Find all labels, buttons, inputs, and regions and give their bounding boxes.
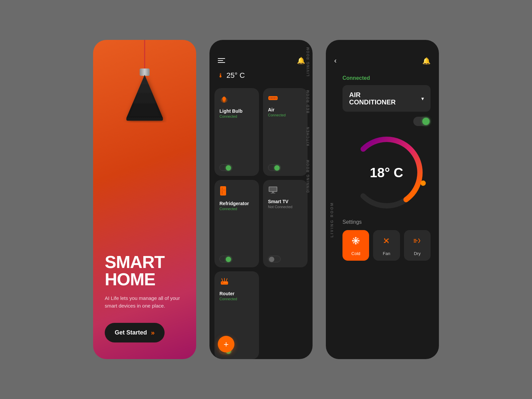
device-selector[interactable]: AIR CONDITIONER ▾ [342,85,431,112]
toggle-light-bulb[interactable] [219,164,232,171]
svg-point-41 [352,240,353,241]
screen1-content: SMART HOME AI Life lets you manage all o… [93,243,196,359]
ac-control-main: Connected AIR CONDITIONER ▾ [326,72,439,359]
room-label-living: LIVING ROOM [306,40,310,83]
svg-rect-19 [269,187,277,191]
svg-rect-13 [275,98,276,98]
temperature-value-s3: 18° C [370,165,403,180]
router-icon [219,277,254,288]
device-name-router: Router [219,291,254,296]
device-name-light-bulb: Light Bulb [219,108,254,114]
screen3-ac-control: ‹ 🔔 LIVING ROOM Connected AIR CONDITIONE… [326,40,439,359]
svg-point-43 [385,240,387,242]
mode-dry-label: Dry [414,251,421,256]
mode-fan-label: Fan [383,251,390,256]
svg-point-40 [355,243,356,244]
selected-device-name: AIR CONDITIONER [349,91,396,106]
device-name-refrigerator: Refridgerator [219,201,254,206]
app-title: SMART HOME [105,253,185,288]
svg-rect-21 [271,193,275,194]
room-labels: LIVING ROOM BED ROOM KITCHEN DINNING ROO… [303,40,313,359]
thermometer-icon: 🌡 [218,72,224,79]
svg-rect-7 [223,102,225,102]
device-card-air[interactable]: Air Connected [263,88,308,176]
svg-line-27 [222,279,223,281]
add-device-button[interactable]: + [218,336,234,352]
temperature-arc: 18° C [347,133,427,212]
room-label-dining: DINNING ROOM [306,153,310,199]
svg-rect-25 [225,282,226,283]
get-started-button[interactable]: Get Started » [105,323,165,342]
mode-fan-button[interactable]: Fan [373,230,400,261]
svg-rect-26 [226,282,227,283]
svg-rect-10 [270,98,271,98]
svg-rect-23 [222,282,223,283]
svg-rect-3 [126,117,163,121]
notification-bell-icon-s3[interactable]: 🔔 [422,57,431,65]
mode-cold-button[interactable]: Cold [342,230,369,261]
svg-line-29 [226,279,227,281]
svg-rect-17 [222,191,222,194]
device-card-light-bulb[interactable]: Light Bulb Connected [214,88,259,176]
chevron-down-icon: ▾ [421,95,424,102]
menu-button[interactable] [218,58,225,63]
mode-buttons: Cold Fan [342,230,431,261]
light-bulb-icon [219,94,254,106]
temperature-display-s3: 18° C [370,165,403,180]
get-started-label: Get Started [115,329,147,336]
screen3-header: ‹ 🔔 [326,40,439,72]
temperature-value: 25° C [226,71,245,80]
svg-point-39 [355,237,356,238]
refrigerator-icon [219,186,254,198]
mode-cold-label: Cold [351,251,360,256]
fan-icon [382,236,391,248]
room-side-label: LIVING ROOM [326,80,337,359]
device-name-smart-tv: Smart TV [268,199,303,204]
device-grid: Light Bulb Connected Air [209,88,313,359]
device-status-air: Connected [268,113,303,117]
lamp-decoration [121,40,168,126]
svg-rect-16 [222,188,222,190]
svg-rect-1 [140,68,150,76]
device-status-refrigerator: Connected [219,207,254,211]
room-label-bed: BED ROOM [306,83,310,120]
toggle-air[interactable] [268,164,281,171]
hamburger-line-2 [218,60,223,61]
temperature-display: 🌡 25° C [209,71,313,88]
device-card-smart-tv[interactable]: Smart TV Not Connected [263,180,308,268]
device-name-air: Air [268,107,303,112]
screen2-device-list: 🔔 🌡 25° C Light Bulb Connected [209,40,313,359]
air-conditioner-icon [268,94,303,104]
device-status-router: Connected [219,297,254,301]
hamburger-line-1 [218,58,225,59]
connected-status: Connected [342,75,431,81]
toggle-smart-tv[interactable] [268,256,281,262]
device-status-light-bulb: Connected [219,114,254,118]
mode-dry-button[interactable]: Dry [404,230,431,261]
svg-rect-12 [273,98,274,98]
svg-rect-22 [221,281,228,285]
app-description: AI Life lets you manage all of your smar… [105,295,185,310]
device-card-refrigerator[interactable]: Refridgerator Connected [214,180,259,268]
back-button[interactable]: ‹ [334,57,336,65]
cold-icon [351,236,360,248]
svg-rect-11 [272,98,273,98]
toggle-refrigerator[interactable] [219,256,232,262]
room-label-kitchen: KITCHEN [306,120,310,152]
svg-point-38 [355,240,357,242]
dry-icon [413,236,422,248]
svg-rect-15 [221,190,225,190]
screen1-smart-home: SMART HOME AI Life lets you manage all o… [93,40,196,359]
hamburger-line-3 [218,62,225,63]
svg-rect-20 [272,192,274,193]
room-label-text: LIVING ROOM [330,202,334,237]
svg-rect-6 [223,101,225,102]
arrow-icon: » [151,329,155,336]
svg-marker-4 [130,76,160,116]
device-status-smart-tv: Not Connected [268,205,303,209]
screen2-header: 🔔 [209,40,313,71]
svg-rect-24 [224,282,224,283]
power-toggle[interactable] [413,117,431,126]
smart-tv-icon [268,186,303,196]
svg-point-42 [358,240,359,241]
